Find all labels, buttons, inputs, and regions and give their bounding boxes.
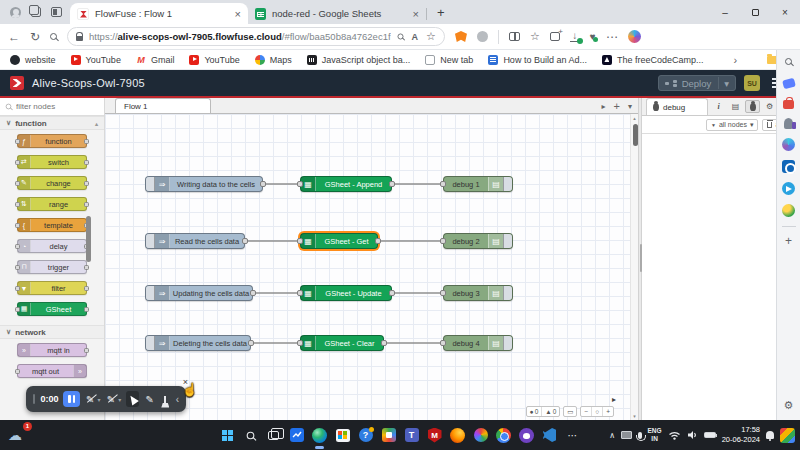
palette-node-delay[interactable]: ◔delay [17, 239, 87, 253]
debug-tab[interactable]: debug [646, 98, 708, 115]
weather-widget[interactable]: ☁ 1 [8, 424, 30, 446]
search-icon[interactable] [50, 33, 57, 40]
meet-camera-icon[interactable] [380, 427, 397, 444]
output-port[interactable] [389, 181, 395, 187]
scroll-right-arrow[interactable]: ▸ [612, 395, 616, 404]
outlook-icon[interactable] [782, 160, 795, 173]
input-port[interactable] [297, 238, 303, 244]
input-port[interactable] [440, 340, 446, 346]
debug-toggle-button[interactable] [503, 336, 512, 350]
debug-tab-icon[interactable] [745, 100, 760, 113]
github-desktop-icon[interactable] [518, 427, 535, 444]
bookmark-new-tab[interactable]: New tab [425, 55, 473, 65]
config-tab-icon[interactable]: ⚙ [762, 100, 777, 113]
debug-toggle-button[interactable] [503, 177, 512, 191]
teams-icon[interactable]: T [403, 427, 420, 444]
add-flow-button[interactable]: + [614, 100, 620, 112]
address-bar[interactable]: https://alive-scops-owl-7905.flowfuse.cl… [67, 27, 445, 46]
bookmark-freecodecamp[interactable]: The freeCodeCamp... [602, 55, 704, 65]
bookmark-js-object[interactable]: JavaScript object ba... [307, 55, 411, 65]
chrome-icon[interactable] [495, 427, 512, 444]
firefox-icon[interactable] [449, 427, 466, 444]
palette-category-network[interactable]: ∨ network [0, 325, 104, 339]
bookmark-youtube-2[interactable]: YouTube [189, 55, 239, 65]
input-port[interactable] [440, 181, 446, 187]
minimap-toggle[interactable]: ▭ [564, 407, 576, 416]
info-tab-icon[interactable]: i [711, 100, 726, 113]
m365-copilot-icon[interactable] [782, 138, 795, 151]
inject-node[interactable]: ⇒ Deleting the cells data [145, 335, 251, 351]
input-port[interactable] [297, 340, 303, 346]
debug-node[interactable]: debug 4 ▤ [443, 335, 513, 351]
start-button[interactable] [219, 427, 236, 444]
copilot-icon[interactable] [628, 30, 641, 43]
browser-essentials-icon[interactable]: ♥ [590, 31, 596, 42]
pinwheel-app-icon[interactable] [472, 427, 489, 444]
output-port[interactable] [250, 290, 256, 296]
palette-node-mqtt-out[interactable]: mqtt out» [17, 364, 87, 378]
input-port[interactable] [297, 181, 303, 187]
inject-button[interactable] [146, 177, 155, 191]
output-port[interactable] [375, 238, 381, 244]
extension-icon[interactable] [477, 31, 488, 42]
sidebar-settings-icon[interactable]: ⚙ [784, 399, 794, 412]
palette-node-trigger[interactable]: ⊓trigger [17, 260, 87, 274]
zoom-in-button[interactable]: + [603, 407, 613, 416]
corner-widget-icon[interactable] [780, 428, 795, 443]
inject-button[interactable] [146, 234, 155, 248]
flow-menu-caret[interactable]: ▾ [628, 102, 632, 111]
output-port[interactable] [260, 181, 266, 187]
edge-taskbar-icon[interactable] [311, 427, 328, 444]
palette-node-function[interactable]: ƒfunction [17, 134, 87, 148]
palette-node-mqtt-in[interactable]: »mqtt in [17, 343, 87, 357]
split-screen-icon[interactable] [509, 32, 520, 41]
pen-tool-icon[interactable]: ✎ [144, 391, 155, 407]
palette-node-gsheet[interactable]: ▦GSheet [17, 302, 87, 316]
bookmark-website[interactable]: website [10, 55, 56, 65]
browser-tab-flowfuse[interactable]: FlowFuse : Flow 1 × [70, 3, 248, 24]
zoom-out-button[interactable]: − [581, 407, 592, 416]
cast-display-icon[interactable] [621, 431, 632, 439]
add-sidebar-app-icon[interactable]: + [785, 236, 792, 246]
help-tab-icon[interactable]: ▤ [728, 100, 743, 113]
microsoft-store-icon[interactable] [334, 427, 351, 444]
bookmark-how-to-build[interactable]: How to Build an Ad... [488, 55, 587, 65]
favorite-star-icon[interactable]: ☆ [426, 30, 436, 43]
microphone-icon[interactable] [638, 432, 642, 439]
debug-node[interactable]: debug 3 ▤ [443, 285, 513, 301]
output-port[interactable] [242, 238, 248, 244]
palette-node-switch[interactable]: ⇄switch [17, 155, 87, 169]
palette-node-filter[interactable]: ▼filter [17, 281, 87, 295]
workspaces-icon[interactable] [31, 7, 41, 17]
output-port[interactable] [381, 340, 387, 346]
battery-icon[interactable] [704, 432, 716, 439]
window-maximize-button[interactable] [740, 0, 770, 24]
canvas-vertical-scrollbar[interactable]: ▴ ▾ [630, 114, 638, 420]
bookmark-youtube[interactable]: YouTube [71, 55, 121, 65]
tab-actions-icon[interactable] [51, 7, 62, 17]
back-button[interactable]: ← [8, 30, 20, 44]
telegram-icon[interactable] [782, 182, 795, 195]
inject-node[interactable]: ⇒ Read the cells data [145, 233, 245, 249]
bookmark-maps[interactable]: Maps [255, 55, 292, 65]
output-port[interactable] [248, 340, 254, 346]
wifi-icon[interactable] [668, 430, 681, 440]
palette-node-change[interactable]: ✎change [17, 176, 87, 190]
taskbar-overflow-icon[interactable]: ⋯ [564, 427, 581, 444]
gsheet-clear-node[interactable]: ▦ GSheet - Clear [300, 335, 384, 351]
taskbar-search-icon[interactable] [242, 427, 259, 444]
scrollbar-thumb[interactable] [633, 124, 638, 146]
window-close-button[interactable]: × [770, 0, 800, 24]
inject-button[interactable] [146, 336, 155, 350]
input-port[interactable] [440, 290, 446, 296]
shopping-bag-icon[interactable] [783, 100, 794, 109]
bookmarks-overflow-chevron[interactable]: › [733, 54, 737, 66]
pause-button[interactable] [63, 391, 79, 407]
tab-close-icon[interactable]: × [235, 8, 241, 20]
window-minimize-button[interactable]: – [710, 0, 740, 24]
input-port[interactable] [440, 238, 446, 244]
metamask-extension-icon[interactable] [455, 31, 467, 42]
flow-tab[interactable]: Flow 1 [115, 98, 211, 113]
browser-profile-icon[interactable] [10, 7, 21, 18]
inject-node[interactable]: ⇒ Updating the cells data [145, 285, 253, 301]
